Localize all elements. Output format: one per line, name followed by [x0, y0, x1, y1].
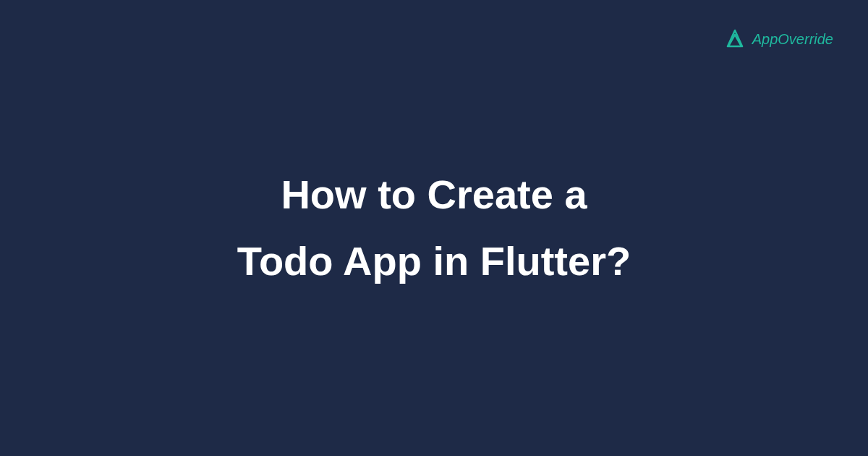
brand-logo: AppOverride [723, 28, 833, 51]
page-title: How to Create a Todo App in Flutter? [237, 161, 631, 295]
appoverride-logo-icon [723, 28, 746, 51]
brand-name: AppOverride [752, 31, 833, 48]
